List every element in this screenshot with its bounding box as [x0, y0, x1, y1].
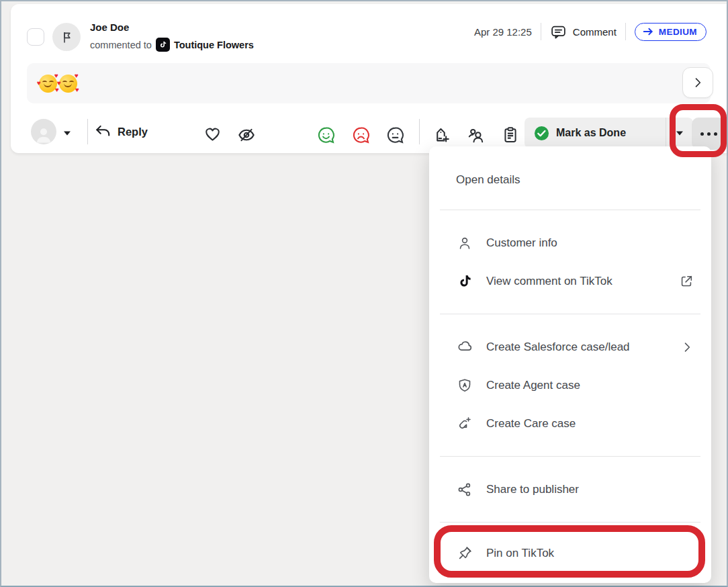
- agent-shield-icon: [457, 377, 473, 394]
- pin-icon: [457, 545, 473, 561]
- done-options-caret[interactable]: [666, 118, 693, 148]
- task-button[interactable]: [501, 126, 520, 144]
- positive-sentiment-icon: [316, 126, 336, 145]
- salesforce-cloud-icon: [457, 338, 473, 355]
- reply-icon: [94, 123, 111, 140]
- menu-item-view-on-tiktok[interactable]: View comment on TikTok: [429, 262, 711, 300]
- chevron-right-icon: [691, 76, 704, 89]
- reply-button[interactable]: Reply: [94, 122, 148, 142]
- menu-item-pin-on-tiktok[interactable]: Pin on TikTok: [429, 534, 711, 572]
- more-options-menu: Open details Customer info View comment …: [429, 146, 711, 583]
- divider: [625, 23, 626, 40]
- flag-icon: [60, 30, 74, 44]
- screenshot-frame: Joe Doe commented to Toutique Flowers Ap…: [0, 0, 728, 587]
- add-tag-button[interactable]: [432, 126, 451, 145]
- caret-down-icon: [674, 128, 685, 138]
- external-link-icon: [679, 274, 694, 289]
- menu-item-share-to-publisher[interactable]: Share to publisher: [429, 470, 711, 508]
- care-case-icon: [457, 416, 473, 432]
- menu-item-create-care-case[interactable]: Create Care case: [429, 404, 711, 443]
- reply-as-caret[interactable]: [62, 128, 73, 138]
- clipboard-icon: [501, 126, 520, 144]
- comment-text: ♥♥♥ ♥♥♥: [27, 63, 711, 103]
- divider: [419, 119, 420, 144]
- author-avatar[interactable]: [52, 23, 81, 51]
- caret-down-icon: [62, 128, 73, 138]
- menu-item-open-details[interactable]: Open details: [429, 161, 711, 199]
- neutral-sentiment-button[interactable]: [385, 126, 405, 145]
- author-name[interactable]: Joe Doe: [90, 21, 129, 33]
- hide-button[interactable]: [236, 125, 257, 145]
- chevron-right-icon: [680, 341, 694, 354]
- comment-card: Joe Doe commented to Toutique Flowers Ap…: [11, 4, 727, 153]
- comment-context: commented to Toutique Flowers: [90, 38, 254, 52]
- neutral-sentiment-icon: [385, 126, 405, 145]
- heart-face-emoji: ♥♥♥: [59, 75, 77, 93]
- select-checkbox[interactable]: [27, 28, 44, 46]
- heart-face-emoji: ♥♥♥: [39, 75, 57, 93]
- expand-comment-button[interactable]: [682, 67, 713, 98]
- assign-user-button[interactable]: [466, 126, 486, 145]
- tag-plus-icon: [432, 126, 451, 145]
- menu-item-customer-info[interactable]: Customer info: [429, 224, 711, 262]
- share-icon: [457, 482, 473, 498]
- tiktok-badge-icon: [156, 38, 170, 52]
- account-name[interactable]: Toutique Flowers: [174, 40, 254, 50]
- divider: [87, 119, 88, 144]
- users-icon: [466, 126, 486, 145]
- more-options-button[interactable]: [692, 118, 725, 150]
- menu-item-create-salesforce-case[interactable]: Create Salesforce case/lead: [429, 328, 711, 366]
- message-type: Comment: [550, 24, 617, 40]
- eye-off-icon: [236, 125, 257, 145]
- action-text: commented to: [90, 40, 152, 50]
- timestamp: Apr 29 12:25: [474, 26, 532, 38]
- message-meta: Apr 29 12:25 Comment MEDIUM: [474, 21, 707, 42]
- tiktok-icon: [457, 273, 473, 289]
- check-circle-icon: [534, 126, 549, 141]
- mark-as-done-button[interactable]: Mark as Done: [525, 118, 693, 148]
- more-icon: [700, 132, 704, 136]
- like-button[interactable]: [203, 125, 222, 143]
- comment-bubble-icon: [550, 24, 567, 40]
- negative-sentiment-button[interactable]: [351, 126, 371, 145]
- heart-icon: [203, 125, 222, 143]
- priority-badge[interactable]: MEDIUM: [635, 23, 707, 41]
- arrow-right-icon: [643, 27, 654, 36]
- divider: [541, 23, 541, 40]
- negative-sentiment-icon: [351, 126, 371, 145]
- reply-as-avatar[interactable]: [31, 119, 56, 144]
- positive-sentiment-button[interactable]: [316, 126, 336, 145]
- menu-item-create-agent-case[interactable]: Create Agent case: [429, 366, 711, 404]
- user-icon: [457, 235, 473, 251]
